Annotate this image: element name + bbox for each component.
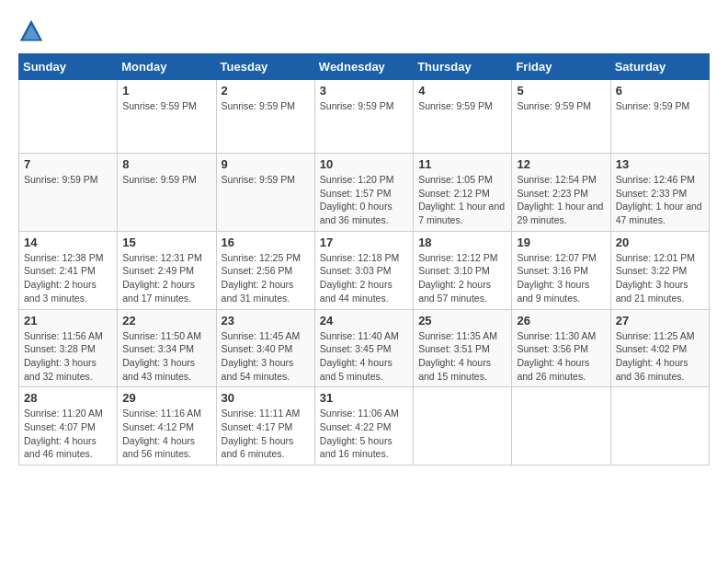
calendar-cell: 9Sunrise: 9:59 PM (216, 154, 314, 232)
day-info: Sunrise: 9:59 PM (122, 173, 210, 187)
calendar-cell: 24Sunrise: 11:40 AM Sunset: 3:45 PM Dayl… (314, 309, 413, 387)
day-info: Sunrise: 12:07 PM Sunset: 3:16 PM Daylig… (517, 251, 605, 305)
day-number: 6 (616, 84, 704, 98)
calendar-cell: 30Sunrise: 11:11 AM Sunset: 4:17 PM Dayl… (216, 387, 314, 465)
day-info: Sunrise: 1:20 PM Sunset: 1:57 PM Dayligh… (320, 173, 408, 227)
day-info: Sunrise: 11:30 AM Sunset: 3:56 PM Daylig… (517, 329, 605, 384)
calendar-week-row: 7Sunrise: 9:59 PM8Sunrise: 9:59 PM9Sunri… (19, 154, 710, 232)
calendar-cell: 10Sunrise: 1:20 PM Sunset: 1:57 PM Dayli… (314, 154, 413, 232)
day-info: Sunrise: 11:40 AM Sunset: 3:45 PM Daylig… (320, 329, 408, 384)
calendar-cell: 21Sunrise: 11:56 AM Sunset: 3:28 PM Dayl… (19, 309, 118, 387)
calendar-cell: 27Sunrise: 11:25 AM Sunset: 4:02 PM Dayl… (610, 309, 709, 387)
calendar-cell: 17Sunrise: 12:18 PM Sunset: 3:03 PM Dayl… (314, 231, 413, 309)
day-info: Sunrise: 12:25 PM Sunset: 2:56 PM Daylig… (222, 251, 310, 305)
calendar-cell: 1Sunrise: 9:59 PM (118, 80, 216, 154)
day-info: Sunrise: 9:59 PM (222, 173, 310, 187)
calendar-table: SundayMondayTuesdayWednesdayThursdayFrid… (18, 53, 710, 465)
calendar-cell: 20Sunrise: 12:01 PM Sunset: 3:22 PM Dayl… (610, 231, 709, 309)
day-number: 11 (418, 157, 506, 171)
header-wednesday: Wednesday (314, 54, 413, 80)
calendar-cell: 8Sunrise: 9:59 PM (118, 154, 216, 232)
day-number: 2 (222, 84, 310, 98)
header-monday: Monday (118, 54, 216, 80)
calendar-cell (414, 387, 512, 465)
calendar-week-row: 28Sunrise: 11:20 AM Sunset: 4:07 PM Dayl… (19, 387, 710, 465)
calendar-cell: 13Sunrise: 12:46 PM Sunset: 2:33 PM Dayl… (610, 154, 709, 232)
day-number: 18 (418, 236, 506, 249)
header-saturday: Saturday (610, 54, 709, 80)
day-number: 30 (222, 391, 310, 405)
calendar-cell: 19Sunrise: 12:07 PM Sunset: 3:16 PM Dayl… (512, 231, 610, 309)
header-thursday: Thursday (414, 54, 512, 80)
calendar-cell: 12Sunrise: 12:54 PM Sunset: 2:23 PM Dayl… (512, 154, 610, 232)
day-number: 1 (122, 84, 210, 98)
header-friday: Friday (512, 54, 610, 80)
calendar-week-row: 21Sunrise: 11:56 AM Sunset: 3:28 PM Dayl… (19, 309, 710, 387)
day-number: 5 (517, 84, 605, 98)
day-info: Sunrise: 9:59 PM (517, 99, 605, 113)
calendar-cell: 4Sunrise: 9:59 PM (414, 80, 512, 154)
day-info: Sunrise: 11:45 AM Sunset: 3:40 PM Daylig… (222, 329, 310, 384)
calendar-cell: 7Sunrise: 9:59 PM (19, 154, 118, 232)
calendar-cell (610, 387, 709, 465)
day-info: Sunrise: 12:38 PM Sunset: 2:41 PM Daylig… (24, 251, 112, 305)
day-info: Sunrise: 11:35 AM Sunset: 3:51 PM Daylig… (418, 329, 506, 384)
day-number: 23 (222, 314, 310, 327)
day-info: Sunrise: 12:12 PM Sunset: 3:10 PM Daylig… (418, 251, 506, 305)
day-number: 19 (517, 236, 605, 249)
day-info: Sunrise: 12:46 PM Sunset: 2:33 PM Daylig… (616, 173, 704, 227)
day-info: Sunrise: 9:59 PM (222, 99, 310, 113)
day-number: 29 (122, 391, 210, 405)
calendar-cell: 5Sunrise: 9:59 PM (512, 80, 610, 154)
calendar-cell: 15Sunrise: 12:31 PM Sunset: 2:49 PM Dayl… (118, 231, 216, 309)
calendar-cell: 26Sunrise: 11:30 AM Sunset: 3:56 PM Dayl… (512, 309, 610, 387)
page-header (18, 18, 710, 44)
day-number: 15 (122, 236, 210, 249)
day-info: Sunrise: 9:59 PM (616, 99, 704, 113)
day-info: Sunrise: 9:59 PM (418, 99, 506, 113)
calendar-week-row: 14Sunrise: 12:38 PM Sunset: 2:41 PM Dayl… (19, 231, 710, 309)
calendar-cell: 18Sunrise: 12:12 PM Sunset: 3:10 PM Dayl… (414, 231, 512, 309)
day-info: Sunrise: 11:11 AM Sunset: 4:17 PM Daylig… (222, 407, 310, 461)
day-info: Sunrise: 11:06 AM Sunset: 4:22 PM Daylig… (320, 407, 408, 461)
calendar-cell: 6Sunrise: 9:59 PM (610, 80, 709, 154)
calendar-cell (512, 387, 610, 465)
day-number: 21 (24, 314, 112, 327)
logo (18, 18, 48, 44)
calendar-header-row: SundayMondayTuesdayWednesdayThursdayFrid… (19, 54, 710, 80)
day-info: Sunrise: 11:20 AM Sunset: 4:07 PM Daylig… (24, 407, 112, 461)
day-info: Sunrise: 12:01 PM Sunset: 3:22 PM Daylig… (616, 251, 704, 305)
calendar-cell: 11Sunrise: 1:05 PM Sunset: 2:12 PM Dayli… (414, 154, 512, 232)
day-info: Sunrise: 12:54 PM Sunset: 2:23 PM Daylig… (517, 173, 605, 227)
calendar-cell: 16Sunrise: 12:25 PM Sunset: 2:56 PM Dayl… (216, 231, 314, 309)
day-number: 3 (320, 84, 408, 98)
day-number: 24 (320, 314, 408, 327)
day-info: Sunrise: 12:31 PM Sunset: 2:49 PM Daylig… (122, 251, 210, 305)
day-info: Sunrise: 11:56 AM Sunset: 3:28 PM Daylig… (24, 329, 112, 384)
day-info: Sunrise: 11:16 AM Sunset: 4:12 PM Daylig… (122, 407, 210, 461)
day-info: Sunrise: 9:59 PM (320, 99, 408, 113)
header-sunday: Sunday (19, 54, 118, 80)
calendar-cell (19, 80, 118, 154)
calendar-cell: 2Sunrise: 9:59 PM (216, 80, 314, 154)
calendar-cell: 14Sunrise: 12:38 PM Sunset: 2:41 PM Dayl… (19, 231, 118, 309)
calendar-cell: 28Sunrise: 11:20 AM Sunset: 4:07 PM Dayl… (19, 387, 118, 465)
day-number: 27 (616, 314, 704, 327)
day-number: 7 (24, 157, 112, 171)
day-info: Sunrise: 11:25 AM Sunset: 4:02 PM Daylig… (616, 329, 704, 384)
day-info: Sunrise: 12:18 PM Sunset: 3:03 PM Daylig… (320, 251, 408, 305)
day-number: 25 (418, 314, 506, 327)
day-number: 22 (122, 314, 210, 327)
calendar-cell: 31Sunrise: 11:06 AM Sunset: 4:22 PM Dayl… (314, 387, 413, 465)
day-number: 10 (320, 157, 408, 171)
logo-icon (18, 18, 44, 44)
calendar-week-row: 1Sunrise: 9:59 PM2Sunrise: 9:59 PM3Sunri… (19, 80, 710, 154)
calendar-cell: 22Sunrise: 11:50 AM Sunset: 3:34 PM Dayl… (118, 309, 216, 387)
day-number: 8 (122, 157, 210, 171)
calendar-cell: 29Sunrise: 11:16 AM Sunset: 4:12 PM Dayl… (118, 387, 216, 465)
day-number: 13 (616, 157, 704, 171)
day-info: Sunrise: 1:05 PM Sunset: 2:12 PM Dayligh… (418, 173, 506, 227)
day-number: 31 (320, 391, 408, 405)
day-info: Sunrise: 9:59 PM (24, 173, 112, 187)
header-tuesday: Tuesday (216, 54, 314, 80)
